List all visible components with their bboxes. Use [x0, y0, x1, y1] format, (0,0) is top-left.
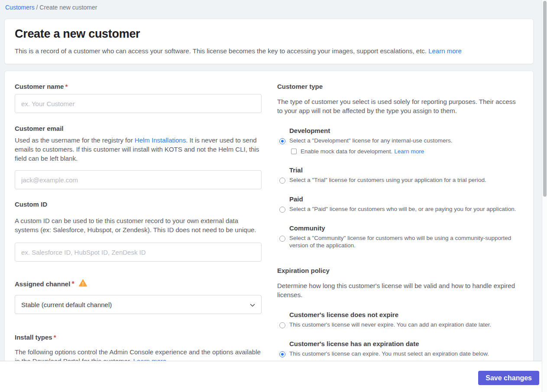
email-desc-before: Used as the username for the registry fo…: [15, 136, 135, 144]
assigned-channel-group: Assigned channel* Stable (current defaul…: [15, 279, 262, 314]
customer-email-description: Used as the username for the registry fo…: [15, 136, 262, 163]
required-asterisk: *: [54, 334, 56, 341]
has-expiration-radio[interactable]: [279, 351, 285, 357]
breadcrumb: Customers / Create new customer: [5, 4, 97, 11]
chevron-down-icon: [250, 301, 255, 308]
header-description: This is a record of a customer who can a…: [15, 46, 523, 55]
mock-data-label: Enable mock data for development. Learn …: [301, 148, 424, 155]
no-expire-description: This customer's license will never expir…: [289, 321, 517, 328]
trial-description: Select a "Trial" license for customers u…: [289, 176, 517, 184]
customer-type-option-paid: Paid Select a "Paid" license for custome…: [277, 195, 517, 213]
mock-data-learn-more-link[interactable]: Learn more: [394, 148, 424, 155]
trial-radio[interactable]: [279, 178, 285, 184]
customer-type-option-trial: Trial Select a "Trial" license for custo…: [277, 166, 517, 184]
install-types-label-text: Install types: [15, 334, 52, 341]
customer-type-description: The type of customer you select is used …: [277, 97, 517, 115]
development-label: Development: [289, 126, 517, 135]
header-card: Create a new customer This is a record o…: [4, 19, 534, 64]
customer-name-label: Customer name*: [15, 82, 262, 91]
custom-id-label: Custom ID: [15, 200, 262, 209]
customer-name-group: Customer name*: [15, 82, 262, 113]
header-description-text: This is a record of a customer who can a…: [15, 47, 428, 55]
paid-description: Select a "Paid" license for customers wh…: [289, 205, 517, 213]
assigned-channel-select[interactable]: Stable (current default channel): [15, 295, 262, 314]
breadcrumb-separator: /: [35, 4, 40, 11]
form-left-column: Customer name* Customer email Used as th…: [15, 82, 262, 352]
customer-email-group: Customer email Used as the username for …: [15, 124, 262, 189]
scrollbar-thumb[interactable]: [543, 1, 547, 197]
header-learn-more-link[interactable]: Learn more: [428, 47, 462, 55]
customer-name-label-text: Customer name: [15, 83, 64, 90]
customer-email-input[interactable]: [15, 170, 262, 189]
has-expiration-description: This customer's license can expire. You …: [289, 350, 517, 357]
form-card: Customer name* Customer email Used as th…: [4, 71, 534, 364]
helm-installations-link[interactable]: Helm Installations: [135, 136, 186, 144]
development-radio[interactable]: [279, 138, 285, 144]
customer-type-label: Customer type: [277, 82, 517, 91]
expiration-option-no-expire: Customer's license does not expire This …: [277, 311, 517, 328]
mock-data-checkbox[interactable]: [291, 149, 297, 154]
expiration-policy-description: Determine how long this customer's licen…: [277, 281, 517, 299]
paid-label: Paid: [289, 195, 517, 204]
expiration-policy-label: Expiration policy: [277, 266, 517, 275]
create-customer-page: Customers / Create new customer Create a…: [0, 0, 547, 392]
custom-id-group: Custom ID A custom ID can be used to tie…: [15, 200, 262, 262]
customer-name-input[interactable]: [15, 94, 262, 113]
mock-data-row: Enable mock data for development. Learn …: [289, 148, 517, 155]
customer-email-label: Customer email: [15, 124, 262, 133]
save-changes-button[interactable]: Save changes: [478, 371, 539, 385]
community-description: Select a "Community" license for custome…: [289, 234, 517, 249]
customer-type-option-development: Development Select a "Development" licen…: [277, 126, 517, 155]
sticky-footer: Save changes: [0, 361, 547, 392]
no-expire-label: Customer's license does not expire: [289, 311, 517, 319]
required-asterisk: *: [65, 83, 68, 90]
community-label: Community: [289, 224, 517, 233]
paid-radio[interactable]: [279, 207, 285, 213]
development-description: Select a "Development" license for any i…: [289, 137, 517, 144]
expiration-option-has-date: Customer's license has an expiration dat…: [277, 340, 517, 357]
page-scrollbar[interactable]: [542, 0, 547, 392]
trial-label: Trial: [289, 166, 517, 175]
no-expire-radio[interactable]: [279, 322, 285, 328]
custom-id-input[interactable]: [15, 243, 262, 262]
community-radio[interactable]: [279, 236, 285, 242]
install-types-label: Install types*: [15, 333, 262, 342]
customer-type-option-community: Community Select a "Community" license f…: [277, 224, 517, 249]
has-expiration-label: Customer's license has an expiration dat…: [289, 340, 517, 348]
custom-id-description: A custom ID can be used to tie this cust…: [15, 216, 262, 234]
assigned-channel-label: Assigned channel: [15, 280, 70, 288]
assigned-channel-selected-value: Stable (current default channel): [21, 301, 112, 308]
expiration-policy-section: Expiration policy Determine how long thi…: [277, 266, 517, 357]
form-right-column: Customer type The type of customer you s…: [277, 82, 517, 352]
page-title: Create a new customer: [15, 27, 523, 41]
mock-data-label-text: Enable mock data for development.: [301, 148, 394, 155]
breadcrumb-customers-link[interactable]: Customers: [5, 4, 35, 11]
assigned-channel-label-row: Assigned channel*: [15, 279, 262, 288]
warning-icon: [79, 279, 87, 288]
breadcrumb-current: Create new customer: [39, 4, 97, 11]
required-asterisk: *: [71, 280, 74, 288]
